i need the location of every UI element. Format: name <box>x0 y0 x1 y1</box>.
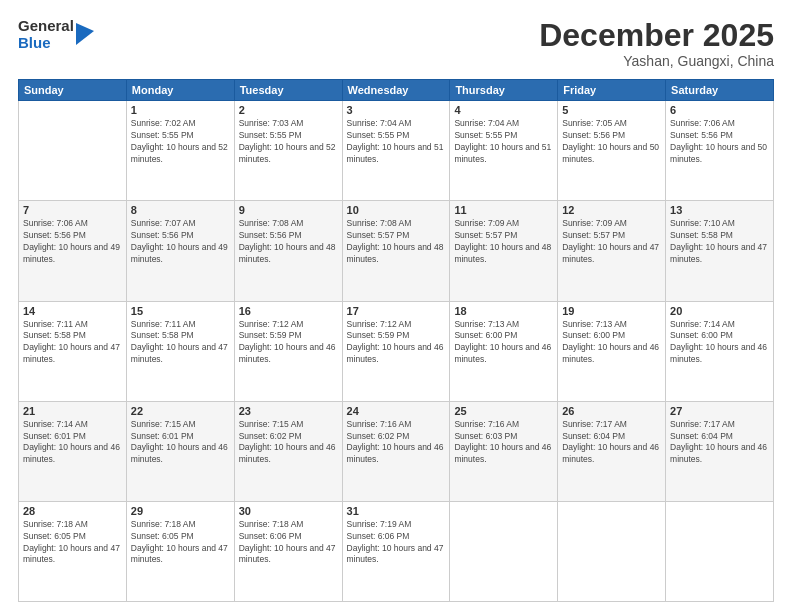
day-info: Sunrise: 7:10 AMSunset: 5:58 PMDaylight:… <box>670 218 769 266</box>
day-info: Sunrise: 7:11 AMSunset: 5:58 PMDaylight:… <box>131 319 230 367</box>
day-info: Sunrise: 7:16 AMSunset: 6:02 PMDaylight:… <box>347 419 446 467</box>
table-row: 27Sunrise: 7:17 AMSunset: 6:04 PMDayligh… <box>666 401 774 501</box>
table-row: 29Sunrise: 7:18 AMSunset: 6:05 PMDayligh… <box>126 501 234 601</box>
day-info: Sunrise: 7:06 AMSunset: 5:56 PMDaylight:… <box>23 218 122 266</box>
day-info: Sunrise: 7:17 AMSunset: 6:04 PMDaylight:… <box>670 419 769 467</box>
day-number: 15 <box>131 305 230 317</box>
header-wednesday: Wednesday <box>342 80 450 101</box>
calendar-week-row: 21Sunrise: 7:14 AMSunset: 6:01 PMDayligh… <box>19 401 774 501</box>
table-row: 20Sunrise: 7:14 AMSunset: 6:00 PMDayligh… <box>666 301 774 401</box>
day-number: 5 <box>562 104 661 116</box>
day-number: 13 <box>670 204 769 216</box>
logo-icon <box>76 23 94 45</box>
day-number: 8 <box>131 204 230 216</box>
day-info: Sunrise: 7:19 AMSunset: 6:06 PMDaylight:… <box>347 519 446 567</box>
header-sunday: Sunday <box>19 80 127 101</box>
day-info: Sunrise: 7:09 AMSunset: 5:57 PMDaylight:… <box>562 218 661 266</box>
table-row: 12Sunrise: 7:09 AMSunset: 5:57 PMDayligh… <box>558 201 666 301</box>
header-saturday: Saturday <box>666 80 774 101</box>
table-row: 17Sunrise: 7:12 AMSunset: 5:59 PMDayligh… <box>342 301 450 401</box>
table-row: 30Sunrise: 7:18 AMSunset: 6:06 PMDayligh… <box>234 501 342 601</box>
table-row: 7Sunrise: 7:06 AMSunset: 5:56 PMDaylight… <box>19 201 127 301</box>
day-number: 27 <box>670 405 769 417</box>
day-info: Sunrise: 7:04 AMSunset: 5:55 PMDaylight:… <box>454 118 553 166</box>
logo-general-text: General <box>18 18 74 35</box>
day-number: 9 <box>239 204 338 216</box>
day-info: Sunrise: 7:17 AMSunset: 6:04 PMDaylight:… <box>562 419 661 467</box>
table-row: 18Sunrise: 7:13 AMSunset: 6:00 PMDayligh… <box>450 301 558 401</box>
table-row: 6Sunrise: 7:06 AMSunset: 5:56 PMDaylight… <box>666 101 774 201</box>
day-info: Sunrise: 7:18 AMSunset: 6:05 PMDaylight:… <box>23 519 122 567</box>
header-thursday: Thursday <box>450 80 558 101</box>
table-row: 23Sunrise: 7:15 AMSunset: 6:02 PMDayligh… <box>234 401 342 501</box>
location: Yashan, Guangxi, China <box>539 53 774 69</box>
day-number: 21 <box>23 405 122 417</box>
day-info: Sunrise: 7:13 AMSunset: 6:00 PMDaylight:… <box>454 319 553 367</box>
day-number: 30 <box>239 505 338 517</box>
day-info: Sunrise: 7:03 AMSunset: 5:55 PMDaylight:… <box>239 118 338 166</box>
day-number: 12 <box>562 204 661 216</box>
day-info: Sunrise: 7:14 AMSunset: 6:01 PMDaylight:… <box>23 419 122 467</box>
day-number: 26 <box>562 405 661 417</box>
day-info: Sunrise: 7:08 AMSunset: 5:56 PMDaylight:… <box>239 218 338 266</box>
day-info: Sunrise: 7:06 AMSunset: 5:56 PMDaylight:… <box>670 118 769 166</box>
table-row: 9Sunrise: 7:08 AMSunset: 5:56 PMDaylight… <box>234 201 342 301</box>
day-info: Sunrise: 7:02 AMSunset: 5:55 PMDaylight:… <box>131 118 230 166</box>
day-number: 14 <box>23 305 122 317</box>
day-number: 18 <box>454 305 553 317</box>
calendar-week-row: 7Sunrise: 7:06 AMSunset: 5:56 PMDaylight… <box>19 201 774 301</box>
day-number: 11 <box>454 204 553 216</box>
day-number: 23 <box>239 405 338 417</box>
table-row: 3Sunrise: 7:04 AMSunset: 5:55 PMDaylight… <box>342 101 450 201</box>
table-row: 22Sunrise: 7:15 AMSunset: 6:01 PMDayligh… <box>126 401 234 501</box>
table-row: 19Sunrise: 7:13 AMSunset: 6:00 PMDayligh… <box>558 301 666 401</box>
day-number: 29 <box>131 505 230 517</box>
calendar-week-row: 28Sunrise: 7:18 AMSunset: 6:05 PMDayligh… <box>19 501 774 601</box>
logo: General Blue <box>18 18 94 51</box>
day-number: 19 <box>562 305 661 317</box>
header-friday: Friday <box>558 80 666 101</box>
day-number: 22 <box>131 405 230 417</box>
table-row <box>19 101 127 201</box>
calendar-week-row: 1Sunrise: 7:02 AMSunset: 5:55 PMDaylight… <box>19 101 774 201</box>
table-row: 14Sunrise: 7:11 AMSunset: 5:58 PMDayligh… <box>19 301 127 401</box>
day-info: Sunrise: 7:16 AMSunset: 6:03 PMDaylight:… <box>454 419 553 467</box>
day-info: Sunrise: 7:18 AMSunset: 6:06 PMDaylight:… <box>239 519 338 567</box>
table-row: 1Sunrise: 7:02 AMSunset: 5:55 PMDaylight… <box>126 101 234 201</box>
table-row: 10Sunrise: 7:08 AMSunset: 5:57 PMDayligh… <box>342 201 450 301</box>
header-tuesday: Tuesday <box>234 80 342 101</box>
table-row: 13Sunrise: 7:10 AMSunset: 5:58 PMDayligh… <box>666 201 774 301</box>
day-info: Sunrise: 7:12 AMSunset: 5:59 PMDaylight:… <box>347 319 446 367</box>
table-row <box>666 501 774 601</box>
calendar-week-row: 14Sunrise: 7:11 AMSunset: 5:58 PMDayligh… <box>19 301 774 401</box>
day-info: Sunrise: 7:11 AMSunset: 5:58 PMDaylight:… <box>23 319 122 367</box>
day-info: Sunrise: 7:05 AMSunset: 5:56 PMDaylight:… <box>562 118 661 166</box>
title-block: December 2025 Yashan, Guangxi, China <box>539 18 774 69</box>
table-row: 11Sunrise: 7:09 AMSunset: 5:57 PMDayligh… <box>450 201 558 301</box>
table-row: 25Sunrise: 7:16 AMSunset: 6:03 PMDayligh… <box>450 401 558 501</box>
day-number: 3 <box>347 104 446 116</box>
day-info: Sunrise: 7:09 AMSunset: 5:57 PMDaylight:… <box>454 218 553 266</box>
table-row: 4Sunrise: 7:04 AMSunset: 5:55 PMDaylight… <box>450 101 558 201</box>
day-number: 28 <box>23 505 122 517</box>
day-info: Sunrise: 7:13 AMSunset: 6:00 PMDaylight:… <box>562 319 661 367</box>
table-row <box>450 501 558 601</box>
table-row: 16Sunrise: 7:12 AMSunset: 5:59 PMDayligh… <box>234 301 342 401</box>
day-info: Sunrise: 7:14 AMSunset: 6:00 PMDaylight:… <box>670 319 769 367</box>
day-number: 10 <box>347 204 446 216</box>
day-number: 1 <box>131 104 230 116</box>
day-number: 24 <box>347 405 446 417</box>
month-title: December 2025 <box>539 18 774 53</box>
table-row: 28Sunrise: 7:18 AMSunset: 6:05 PMDayligh… <box>19 501 127 601</box>
day-info: Sunrise: 7:15 AMSunset: 6:01 PMDaylight:… <box>131 419 230 467</box>
day-info: Sunrise: 7:08 AMSunset: 5:57 PMDaylight:… <box>347 218 446 266</box>
day-number: 20 <box>670 305 769 317</box>
day-number: 6 <box>670 104 769 116</box>
day-info: Sunrise: 7:15 AMSunset: 6:02 PMDaylight:… <box>239 419 338 467</box>
calendar-table: Sunday Monday Tuesday Wednesday Thursday… <box>18 79 774 602</box>
calendar-page: General Blue December 2025 Yashan, Guang… <box>0 0 792 612</box>
table-row: 2Sunrise: 7:03 AMSunset: 5:55 PMDaylight… <box>234 101 342 201</box>
table-row: 24Sunrise: 7:16 AMSunset: 6:02 PMDayligh… <box>342 401 450 501</box>
table-row <box>558 501 666 601</box>
day-number: 16 <box>239 305 338 317</box>
